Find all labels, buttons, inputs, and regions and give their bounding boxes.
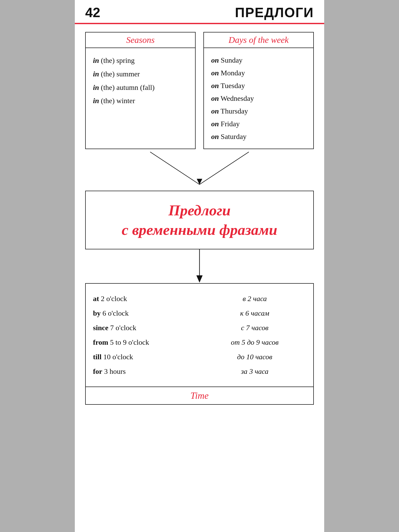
content-area: Seasons in (the) spring in (the) summer … <box>75 24 324 413</box>
time-box-footer: Time <box>86 387 313 404</box>
list-item: since 7 o'clock <box>93 321 196 335</box>
list-item: on Monday <box>211 66 306 79</box>
down-arrow-section <box>85 249 314 283</box>
seasons-box-body: in (the) spring in (the) summer in (the)… <box>86 48 195 113</box>
center-box: Предлоги с временными фразами <box>85 191 314 249</box>
time-translation-list: в 2 часа к 6 часам с 7 часов от 5 до 9 ч… <box>203 291 306 379</box>
list-item: till 10 o'clock <box>93 350 196 364</box>
list-item: on Wednesday <box>211 92 306 105</box>
list-item: on Saturday <box>211 130 306 143</box>
list-item: за 3 часа <box>203 364 306 379</box>
center-box-line1: Предлоги <box>91 202 308 219</box>
converging-arrows <box>101 149 298 191</box>
page-number: 42 <box>85 5 100 20</box>
list-item: к 6 часам <box>203 306 306 321</box>
list-item: on Sunday <box>211 54 306 66</box>
top-boxes: Seasons in (the) spring in (the) summer … <box>85 32 314 149</box>
time-footer-label: Time <box>190 390 209 401</box>
list-item: on Tuesday <box>211 79 306 92</box>
down-arrow <box>192 249 207 283</box>
list-item: до 10 часов <box>203 350 306 364</box>
list-item: в 2 часа <box>203 291 306 306</box>
list-item: at 2 o'clock <box>93 291 196 306</box>
page-header: 42 ПРЕДЛОГИ <box>75 0 324 20</box>
svg-line-2 <box>200 152 249 184</box>
page-title: ПРЕДЛОГИ <box>235 5 314 20</box>
days-list: on Sunday on Monday on Tuesday on Wednes… <box>211 54 306 143</box>
svg-line-0 <box>150 152 200 184</box>
list-item: от 5 до 9 часов <box>203 335 306 350</box>
list-item: in (the) autumn (fall) <box>93 81 188 94</box>
time-box: at 2 o'clock by 6 o'clock since 7 o'cloc… <box>85 283 314 405</box>
list-item: by 6 o'clock <box>93 306 196 321</box>
center-box-line2: с временными фразами <box>91 221 308 238</box>
svg-marker-5 <box>196 275 203 283</box>
list-item: in (the) summer <box>93 67 188 81</box>
page: 42 ПРЕДЛОГИ Seasons in (the) spring in (… <box>75 0 324 532</box>
seasons-box-header: Seasons <box>86 32 195 48</box>
seasons-list: in (the) spring in (the) summer in (the)… <box>93 54 188 108</box>
time-russian-col: в 2 часа к 6 часам с 7 часов от 5 до 9 ч… <box>203 291 306 379</box>
list-item: с 7 часов <box>203 321 306 335</box>
list-item: on Thursday <box>211 105 306 117</box>
time-english-col: at 2 o'clock by 6 o'clock since 7 o'cloc… <box>93 291 196 379</box>
arrows-section <box>85 149 314 191</box>
days-box: Days of the week on Sunday on Monday on … <box>203 32 314 149</box>
time-box-body: at 2 o'clock by 6 o'clock since 7 o'cloc… <box>86 284 313 387</box>
seasons-box: Seasons in (the) spring in (the) summer … <box>85 32 196 149</box>
days-title: Days of the week <box>229 35 289 45</box>
svg-marker-3 <box>197 179 202 185</box>
list-item: on Friday <box>211 117 306 130</box>
days-box-header: Days of the week <box>204 32 313 48</box>
list-item: for 3 hours <box>93 364 196 379</box>
list-item: from 5 to 9 o'clock <box>93 335 196 350</box>
list-item: in (the) winter <box>93 94 188 108</box>
seasons-title: Seasons <box>126 35 155 45</box>
days-box-body: on Sunday on Monday on Tuesday on Wednes… <box>204 48 313 149</box>
list-item: in (the) spring <box>93 54 188 67</box>
time-list: at 2 o'clock by 6 o'clock since 7 o'cloc… <box>93 291 196 379</box>
